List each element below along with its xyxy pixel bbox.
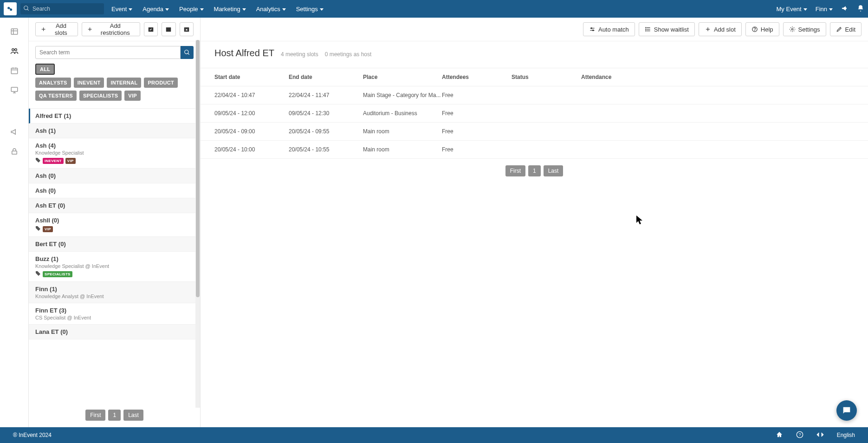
tag-icon <box>35 271 41 278</box>
detail-title: Host Alfred ET <box>214 48 274 59</box>
page-1-button[interactable]: 1 <box>108 410 121 421</box>
rail-monitor-icon[interactable] <box>6 85 22 96</box>
chat-bubble[interactable] <box>836 400 857 421</box>
table-row[interactable]: 09/05/24 - 12:0009/05/24 - 12:30Auditori… <box>201 104 868 123</box>
calendar-check-button[interactable] <box>144 22 158 36</box>
col-end[interactable]: End date <box>289 74 363 80</box>
auto-match-button[interactable]: Auto match <box>583 22 635 36</box>
col-attendees[interactable]: Attendees <box>442 74 512 80</box>
settings-button[interactable]: Settings <box>783 22 826 36</box>
cell-end: 22/04/24 - 11:47 <box>289 92 363 98</box>
calendar-remove-button[interactable] <box>180 22 194 36</box>
people-list[interactable]: Alfred ET (1)Ash (1)Ash (4)Knowledge Spe… <box>29 108 200 405</box>
chevron-down-icon <box>282 8 286 11</box>
nav-people[interactable]: People <box>179 6 203 13</box>
filter-product[interactable]: PRODUCT <box>144 78 178 88</box>
person-item[interactable]: Buzz (1)Knowledge Specialist @ InEventSP… <box>29 252 200 282</box>
show-waitlist-button[interactable]: Show waitlist <box>639 22 695 36</box>
person-item[interactable]: Ash (0) <box>29 183 200 198</box>
svg-point-39 <box>755 31 755 31</box>
table-row[interactable]: 22/04/24 - 10:4722/04/24 - 11:47Main Sta… <box>201 86 868 104</box>
person-item[interactable]: Ash (4)Knowledge SpecialistINEVENTVIP <box>29 138 200 169</box>
col-place[interactable]: Place <box>363 74 442 80</box>
filter-all[interactable]: ALL <box>35 64 55 75</box>
user-dropdown[interactable]: Finn <box>816 6 833 13</box>
table-row[interactable]: 20/05/24 - 09:0020/05/24 - 09:55Main roo… <box>201 123 868 141</box>
rail-lock-icon[interactable] <box>6 146 22 157</box>
person-item[interactable]: Bert ET (0) <box>29 237 200 252</box>
person-item[interactable]: Alfred ET (1) <box>29 109 200 124</box>
copyright: ® InEvent 2024 <box>13 432 52 438</box>
nav-marketing[interactable]: Marketing <box>214 6 246 13</box>
footer-code-icon[interactable] <box>816 431 824 440</box>
rail-calendar-icon[interactable] <box>6 65 22 76</box>
slots-table: Start date End date Place Attendees Stat… <box>201 68 868 159</box>
page-last-button[interactable]: Last <box>123 410 143 421</box>
person-item[interactable]: AshII (0)VIP <box>29 213 200 237</box>
announce-icon[interactable] <box>841 5 849 13</box>
help-icon <box>751 26 758 33</box>
logo[interactable] <box>4 2 17 15</box>
person-item[interactable]: Finn (1)Knowledge Analyst @ InEvent <box>29 282 200 303</box>
edit-button[interactable]: Edit <box>830 22 862 36</box>
chevron-down-icon <box>165 8 169 11</box>
table-row[interactable]: 20/05/24 - 10:0020/05/24 - 10:55Main roo… <box>201 141 868 159</box>
my-event-dropdown[interactable]: My Event <box>777 6 807 13</box>
right-toolbar: Auto match Show waitlist Add slot Help S… <box>201 18 868 41</box>
svg-point-24 <box>185 50 188 54</box>
person-item[interactable]: Ash (1) <box>29 124 200 138</box>
person-tag: VIP <box>43 226 53 232</box>
svg-rect-13 <box>11 87 18 91</box>
col-attendance[interactable]: Attendance <box>581 74 665 80</box>
slots-first-button[interactable]: First <box>505 165 525 176</box>
page-first-button[interactable]: First <box>85 410 105 421</box>
footer-lang[interactable]: English <box>837 432 855 438</box>
filter-qatesters[interactable]: QA TESTERS <box>35 91 77 101</box>
person-name: AshII (0) <box>35 217 194 224</box>
filter-inevent[interactable]: INEVENT <box>74 78 104 88</box>
cell-end: 20/05/24 - 09:55 <box>289 128 363 135</box>
plus-icon <box>87 26 93 33</box>
slots-page-1[interactable]: 1 <box>528 165 541 176</box>
chevron-down-icon <box>803 8 807 11</box>
nav-agenda[interactable]: Agenda <box>143 6 169 13</box>
col-start[interactable]: Start date <box>214 74 289 80</box>
footer-home-icon[interactable] <box>776 431 783 440</box>
filter-vip[interactable]: VIP <box>124 91 141 101</box>
calendar-blank-button[interactable] <box>162 22 175 36</box>
slots-last-button[interactable]: Last <box>544 165 564 176</box>
cell-attendees: Free <box>442 128 512 135</box>
tag-icon <box>35 157 41 164</box>
person-name: Bert ET (0) <box>35 241 194 248</box>
filter-specialists[interactable]: SPECIALISTS <box>79 91 122 101</box>
global-search-input[interactable] <box>20 3 104 14</box>
footer-help-icon[interactable]: ? <box>796 431 803 440</box>
help-button[interactable]: Help <box>745 22 779 36</box>
plus-icon <box>705 26 711 33</box>
nav-settings[interactable]: Settings <box>296 6 324 13</box>
bell-icon[interactable] <box>857 5 864 13</box>
person-item[interactable]: Ash ET (0) <box>29 198 200 213</box>
people-search-button[interactable] <box>181 46 194 59</box>
rail-megaphone-icon[interactable] <box>6 126 22 137</box>
scrollbar[interactable] <box>195 40 200 408</box>
filter-analysts[interactable]: ANALYSTS <box>35 78 71 88</box>
people-search-input[interactable] <box>35 46 181 59</box>
add-slot-button[interactable]: Add slot <box>699 22 742 36</box>
person-item[interactable]: Lana ET (0) <box>29 325 200 339</box>
person-name: Finn ET (3) <box>35 307 194 314</box>
search-icon <box>23 5 30 13</box>
add-slots-button[interactable]: Add slots <box>35 22 78 36</box>
add-restrictions-button[interactable]: Add restrictions <box>82 22 140 36</box>
person-item[interactable]: Ash (0) <box>29 169 200 183</box>
rail-table-icon[interactable] <box>6 26 22 37</box>
person-item[interactable]: Finn ET (3)CS Specialist @ InEvent <box>29 303 200 325</box>
footer: ® InEvent 2024 ? English <box>0 427 868 443</box>
nav-event[interactable]: Event <box>111 6 132 13</box>
filter-internal[interactable]: INTERNAL <box>107 78 141 88</box>
detail-slots-count: 4 meeting slots <box>281 51 318 58</box>
rail-people-icon[interactable] <box>6 46 22 57</box>
nav-analytics[interactable]: Analytics <box>256 6 286 13</box>
col-status[interactable]: Status <box>512 74 581 80</box>
person-name: Ash (0) <box>35 187 194 194</box>
